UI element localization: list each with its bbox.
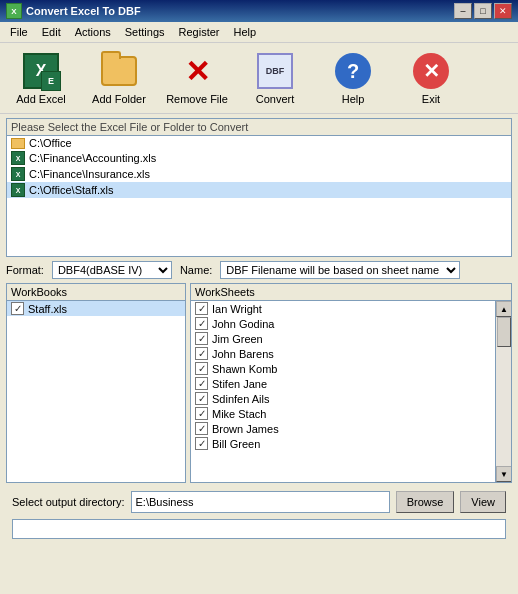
worksheets-content-wrap: Ian Wright John Godina Jim Green John Ba… xyxy=(191,301,511,482)
bottom-panels: WorkBooks Staff.xls WorkSheets Ian Wrigh… xyxy=(6,283,512,483)
format-select[interactable]: DBF4(dBASE IV) DBF3(dBASE III) DBF5(Visu… xyxy=(52,261,172,279)
list-item[interactable]: Sdinfen Ails xyxy=(191,391,495,406)
menu-actions[interactable]: Actions xyxy=(69,24,117,40)
maximize-button[interactable]: □ xyxy=(474,3,492,19)
excel-icon-sm: X xyxy=(11,183,25,197)
menu-register[interactable]: Register xyxy=(173,24,226,40)
list-item[interactable]: X C:\Finance\Accounting.xls xyxy=(7,150,511,166)
ws-checkbox[interactable] xyxy=(195,392,208,405)
add-folder-button[interactable]: Add Folder xyxy=(84,47,154,109)
worksheets-header: WorkSheets xyxy=(191,284,511,301)
remove-icon: ✕ xyxy=(179,53,215,89)
file-list-container: Please Select the Excel File or Folder t… xyxy=(6,118,512,257)
list-item[interactable]: Bill Green xyxy=(191,436,495,451)
title-bar: X Convert Excel To DBF – □ ✕ xyxy=(0,0,518,22)
exit-button[interactable]: ✕ Exit xyxy=(396,47,466,109)
app-icon: X xyxy=(6,3,22,19)
view-button[interactable]: View xyxy=(460,491,506,513)
menu-edit[interactable]: Edit xyxy=(36,24,67,40)
menu-bar: File Edit Actions Settings Register Help xyxy=(0,22,518,43)
list-item[interactable]: Shawn Komb xyxy=(191,361,495,376)
ws-checkbox[interactable] xyxy=(195,302,208,315)
status-bar xyxy=(12,519,506,539)
window-title: Convert Excel To DBF xyxy=(26,5,141,17)
format-label: Format: xyxy=(6,264,44,276)
excel-icon-sm: X xyxy=(11,151,25,165)
list-item[interactable]: X C:\Finance\Insurance.xls xyxy=(7,166,511,182)
worksheets-panel: WorkSheets Ian Wright John Godina Jim Gr… xyxy=(190,283,512,483)
list-item[interactable]: Ian Wright xyxy=(191,301,495,316)
workbooks-content[interactable]: Staff.xls xyxy=(7,301,185,482)
ws-checkbox[interactable] xyxy=(195,317,208,330)
workbooks-panel: WorkBooks Staff.xls xyxy=(6,283,186,483)
exit-icon: ✕ xyxy=(413,53,449,89)
list-item[interactable]: John Godina xyxy=(191,316,495,331)
workbooks-header: WorkBooks xyxy=(7,284,185,301)
menu-help[interactable]: Help xyxy=(228,24,263,40)
main-content: Please Select the Excel File or Folder t… xyxy=(0,114,518,547)
dbf-icon: DBF xyxy=(257,53,293,89)
file-list-header: Please Select the Excel File or Folder t… xyxy=(7,119,511,136)
ws-checkbox[interactable] xyxy=(195,422,208,435)
minimize-button[interactable]: – xyxy=(454,3,472,19)
scroll-thumb[interactable] xyxy=(497,317,511,347)
excel-icon-sm: X xyxy=(11,167,25,181)
list-item[interactable]: Jim Green xyxy=(191,331,495,346)
list-item[interactable]: Staff.xls xyxy=(7,301,185,316)
ws-checkbox[interactable] xyxy=(195,332,208,345)
name-select[interactable]: DBF Filename will be based on sheet name… xyxy=(220,261,460,279)
convert-button[interactable]: DBF Convert xyxy=(240,47,310,109)
ws-checkbox[interactable] xyxy=(195,362,208,375)
list-item[interactable]: John Barens xyxy=(191,346,495,361)
ws-checkbox[interactable] xyxy=(195,437,208,450)
remove-file-button[interactable]: ✕ Remove File xyxy=(162,47,232,109)
list-item[interactable]: C:\Office xyxy=(7,136,511,150)
output-row: Select output directory: Browse View xyxy=(6,487,512,517)
list-item[interactable]: Brown James xyxy=(191,421,495,436)
file-list[interactable]: C:\Office X C:\Finance\Accounting.xls X … xyxy=(7,136,511,256)
folder-icon-sm xyxy=(11,138,25,149)
ws-checkbox[interactable] xyxy=(195,347,208,360)
help-icon: ? xyxy=(335,53,371,89)
ws-checkbox[interactable] xyxy=(195,407,208,420)
menu-file[interactable]: File xyxy=(4,24,34,40)
scroll-track[interactable] xyxy=(496,317,511,466)
worksheets-list[interactable]: Ian Wright John Godina Jim Green John Ba… xyxy=(191,301,495,482)
folder-icon xyxy=(101,56,137,86)
name-label: Name: xyxy=(180,264,212,276)
list-item[interactable]: Stifen Jane xyxy=(191,376,495,391)
format-row: Format: DBF4(dBASE IV) DBF3(dBASE III) D… xyxy=(6,261,512,279)
output-label: Select output directory: xyxy=(12,496,125,508)
list-item[interactable]: Mike Stach xyxy=(191,406,495,421)
worksheets-scrollbar[interactable]: ▲ ▼ xyxy=(495,301,511,482)
list-item[interactable]: X C:\Office\Staff.xls xyxy=(7,182,511,198)
window-controls: – □ ✕ xyxy=(454,3,512,19)
output-directory-input[interactable] xyxy=(131,491,390,513)
workbook-checkbox[interactable] xyxy=(11,302,24,315)
close-button[interactable]: ✕ xyxy=(494,3,512,19)
help-button[interactable]: ? Help xyxy=(318,47,388,109)
scroll-up-button[interactable]: ▲ xyxy=(496,301,512,317)
scroll-down-button[interactable]: ▼ xyxy=(496,466,512,482)
add-excel-button[interactable]: X E Add Excel xyxy=(6,47,76,109)
browse-button[interactable]: Browse xyxy=(396,491,455,513)
menu-settings[interactable]: Settings xyxy=(119,24,171,40)
ws-checkbox[interactable] xyxy=(195,377,208,390)
toolbar: X E Add Excel Add Folder ✕ Remove File D… xyxy=(0,43,518,114)
excel-icon: X E xyxy=(23,53,59,89)
